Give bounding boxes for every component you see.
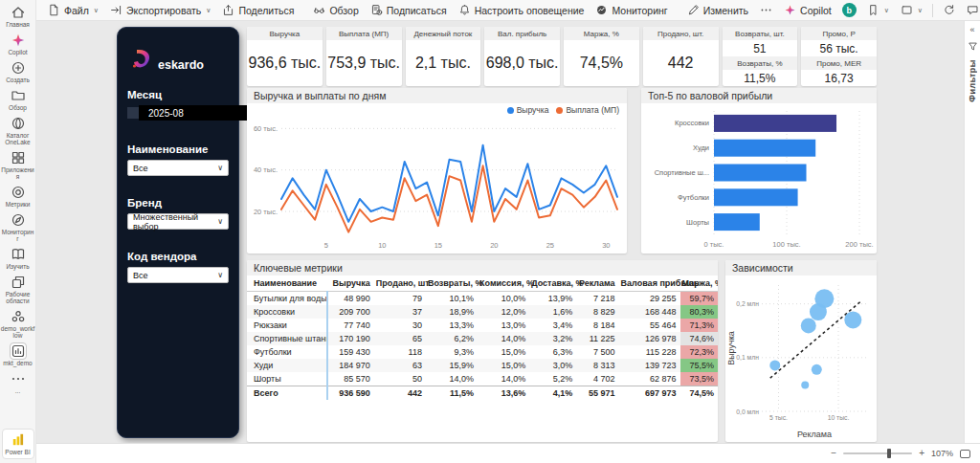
toolbar-button-подписаться[interactable]: Подписаться [365, 2, 453, 18]
table-cell: 126 978 [619, 332, 680, 345]
sidebar-item--[interactable]: ... [0, 369, 36, 397]
brand-filter-dropdown[interactable]: Множественный выбор ∨ [127, 213, 229, 230]
table-cell: 12,0% [478, 305, 529, 319]
sidebar-item-обзор[interactable]: Обзор [0, 86, 36, 114]
table-cell: 13,6% [478, 386, 529, 401]
filters-rail-label[interactable]: Фильтры [968, 59, 977, 102]
table-cell: 15,0% [478, 345, 529, 359]
grid-icon [11, 150, 26, 165]
table-cell: 15,9% [426, 359, 478, 372]
table-column-header[interactable]: Выручка [327, 276, 374, 292]
toolbar-button-экспортировать[interactable]: Экспортировать∨ [104, 2, 216, 18]
table-column-header[interactable]: Продано, шт. [374, 276, 426, 292]
legend-item[interactable]: Выручка [507, 105, 549, 115]
sidebar-item-label: Изучить [6, 263, 29, 270]
kpi-card-возвраты-шт-: Возвраты, шт.51Возвраты, %11,5% [723, 27, 798, 86]
sidebar-item-power-bi[interactable]: Power BI [2, 429, 34, 459]
expand-filters-icon[interactable]: « [969, 26, 974, 33]
table-column-header[interactable]: Возвраты, % [426, 276, 478, 292]
filter-funnel-icon[interactable] [968, 41, 978, 52]
sidebar-item-каталог-onelake[interactable]: Каталог OneLake [0, 114, 36, 148]
sidebar-item-приложения[interactable]: Приложения [0, 148, 36, 183]
toolbar-button-chat[interactable] [961, 2, 980, 18]
table-column-header[interactable]: Комиссия, % [478, 276, 529, 292]
table-column-header[interactable]: Наименование [247, 276, 327, 292]
toolbar-button-изменить[interactable]: Изменить [681, 2, 754, 18]
sidebar-item-demo_workflow[interactable]: demo_workflow [0, 307, 36, 342]
brand-filter-label: Бренд [127, 197, 229, 209]
name-filter-value: Все [133, 164, 148, 173]
line-chart[interactable]: 20 тыс.40 тыс.60 тыс.51015202530 [247, 117, 627, 254]
toolbar-button-обзор[interactable]: Обзор [307, 2, 364, 18]
vendor-filter-dropdown[interactable]: Все ∨ [127, 267, 229, 283]
svg-text:20 тыс.: 20 тыс. [254, 208, 278, 216]
sidebar-item-изучить[interactable]: Изучить [0, 245, 36, 273]
legend-item[interactable]: Выплата (МП) [556, 105, 619, 115]
table-cell: 73,5% [680, 372, 718, 386]
table-row[interactable]: Шорты85 5705014,0%14,0%5,2%4 70262 87673… [247, 372, 718, 386]
line-chart-panel[interactable]: Выручка и выплаты по дням ВыручкаВыплата… [247, 88, 627, 254]
table-column-header[interactable]: Валовая прибыль [619, 276, 680, 292]
table-row[interactable]: Кроссовки209 7003718,9%12,0%1,6%8 829168… [247, 305, 718, 319]
table-cell: 170 190 [327, 332, 374, 345]
table-row[interactable]: Рюкзаки77 7403013,3%13,0%3,4%8 18455 464… [247, 319, 718, 332]
sidebar-item-рабочие-области[interactable]: Рабочие области [0, 273, 36, 307]
scatter-chart[interactable]: 0,0 млн0,1 млн0,2 млн5 тыс.10 тыс.Реклам… [725, 276, 877, 442]
metrics-table-title: Ключевые метрики [247, 260, 718, 276]
zoom-out-button[interactable]: − [831, 449, 836, 458]
table-row[interactable]: Бутылки для воды48 9907910,1%10,0%13,9%7… [247, 292, 718, 306]
sidebar-item-метрики[interactable]: Метрики [0, 183, 36, 210]
table-row[interactable]: Футболки159 4301189,3%15,0%6,3%7 500115 … [247, 345, 718, 359]
bar-chart[interactable]: 0 тыс.100 тыс.200 тыс.КроссовкиХудиСпорт… [641, 103, 877, 254]
toolbar-button-поделиться[interactable]: Поделиться [216, 2, 300, 18]
chevron-down-icon: ∨ [217, 217, 223, 226]
sidebar-item-главная[interactable]: Главная [0, 3, 36, 31]
svg-text:20: 20 [490, 241, 498, 250]
table-column-header[interactable]: Доставка, % [529, 276, 576, 292]
table-cell: 7 500 [576, 345, 618, 359]
toolbar-button-мониторинг[interactable]: Мониторинг [590, 2, 673, 18]
table-row[interactable]: Худи184 9706315,9%15,0%3,0%8 313139 7237… [247, 359, 718, 372]
user-avatar[interactable]: b [842, 3, 857, 17]
toolbar-button-dots[interactable] [754, 2, 778, 18]
toolbar-button-copilot[interactable]: Copilot [778, 2, 837, 18]
month-checkbox[interactable] [127, 107, 139, 119]
svg-text:0 тыс.: 0 тыс. [704, 240, 724, 249]
zoom-slider[interactable] [843, 452, 912, 454]
table-column-header[interactable]: Реклама [576, 276, 618, 292]
kpi-card-промо-р: Промо, Р56 тыс.Промо, MER16,73 [801, 27, 877, 86]
fit-to-page-icon[interactable] [960, 450, 970, 458]
toolbar-button-frame[interactable]: ∨ [895, 2, 928, 18]
sidebar-item-мониторинг[interactable]: Мониторинг [0, 210, 36, 245]
sidebar-icon-box [11, 33, 26, 48]
kpi-title: Продано, шт. [643, 27, 719, 40]
toolbar-button-файл[interactable]: Файл∨ [42, 2, 104, 18]
table-column-header[interactable]: Маржа, % [680, 276, 718, 292]
zoom-in-button[interactable]: + [919, 449, 924, 458]
svg-text:0,2 млн: 0,2 млн [736, 300, 759, 307]
toolbar-button-настроить-оповещение[interactable]: Настроить оповещение [453, 2, 590, 18]
table-cell: 14,0% [478, 372, 529, 386]
kpi-value: 936,6 тыс. [247, 40, 323, 86]
metrics-table-panel[interactable]: Ключевые метрики НаименованиеВыручкаПрод… [247, 260, 718, 442]
zoom-slider-thumb[interactable] [887, 449, 891, 458]
bar-chart-panel[interactable]: Топ-5 по валовой прибыли 0 тыс.100 тыс.2… [641, 88, 877, 254]
table-cell: 14,0% [478, 332, 529, 345]
dependencies-scatter-svg[interactable]: 0,0 млн0,1 млн0,2 млн5 тыс.10 тыс.Реклам… [725, 276, 877, 440]
top5-bar-svg[interactable]: 0 тыс.100 тыс.200 тыс.КроссовкиХудиСпорт… [641, 103, 877, 254]
table-row[interactable]: Спортивные штаны170 190656,2%14,0%3,2%11… [247, 332, 718, 345]
copilot-icon [11, 33, 26, 48]
toolbar-button-refresh[interactable] [937, 2, 961, 18]
sidebar-item-copilot[interactable]: Copilot [0, 31, 36, 58]
table-total-row[interactable]: Всего936 59044211,5%13,6%4,1%55 971697 9… [247, 386, 718, 401]
sidebar-item-mkt_demo[interactable]: mkt_demo [0, 342, 36, 369]
name-filter-dropdown[interactable]: Все ∨ [127, 160, 229, 176]
sidebar-item-создать[interactable]: Создать [0, 58, 36, 86]
scatter-panel[interactable]: Зависимости 0,0 млн0,1 млн0,2 млн5 тыс.1… [725, 260, 877, 442]
powerbi-icon [11, 432, 26, 448]
kpi-title: Промо, Р [801, 27, 877, 40]
svg-text:10 тыс.: 10 тыс. [828, 414, 850, 421]
metrics-table[interactable]: НаименованиеВыручкаПродано, шт.Возвраты,… [247, 276, 718, 400]
toolbar-button-bookmark[interactable]: ∨ [861, 2, 895, 18]
daily-lines-svg[interactable]: 20 тыс.40 тыс.60 тыс.51015202530 [247, 117, 627, 252]
